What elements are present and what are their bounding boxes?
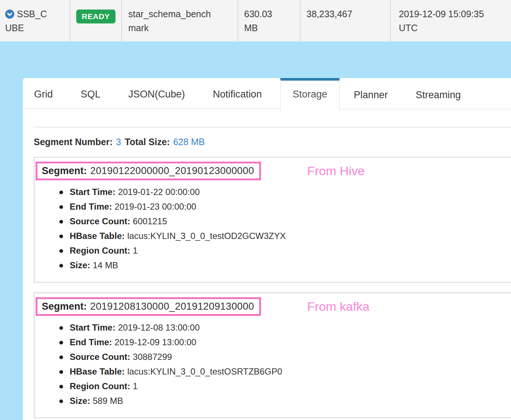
- list-item: End Time:2019-12-09 13:00:00: [70, 335, 282, 350]
- list-item: Region Count:1: [70, 379, 282, 394]
- segment-id: 20190122000000_20190123000000: [90, 165, 254, 177]
- segment-label: Segment:: [42, 165, 87, 177]
- total-size-value: 628 MB: [173, 137, 205, 147]
- fact-table-cell: star_schema_benchmark: [122, 0, 238, 41]
- segment-id-highlight-1: Segment: 20190122000000_20190123000000: [36, 162, 261, 180]
- tab-grid[interactable]: Grid: [23, 89, 67, 100]
- list-item: HBase Table:lacus:KYLIN_3_0_0_testOSRTZB…: [70, 364, 282, 379]
- annotation-from-hive: From Hive: [307, 162, 365, 180]
- segment-card-1: Segment: 20190122000000_20190123000000 F…: [34, 157, 511, 283]
- total-size-label: Total Size:: [125, 137, 170, 147]
- list-item: Source Count:6001215: [70, 214, 286, 229]
- cube-name-cell[interactable]: SSB_CUBE: [0, 0, 70, 41]
- tab-sql[interactable]: SQL: [67, 89, 114, 100]
- dotted-separator: [34, 127, 511, 128]
- storage-summary-line: Segment Number:3Total Size:628 MB: [34, 136, 209, 148]
- cube-size-cell: 630.03 MB: [238, 0, 301, 41]
- status-badge: READY: [76, 10, 115, 23]
- segment-number-label: Segment Number:: [34, 137, 113, 147]
- source-records-cell: 38,233,467: [301, 0, 391, 41]
- list-item: Source Count:30887299: [70, 350, 282, 364]
- cube-summary-row[interactable]: SSB_CUBE READY star_schema_benchmark 630…: [0, 0, 511, 41]
- tab-planner[interactable]: Planner: [340, 89, 402, 101]
- tab-storage-label: Storage: [293, 89, 327, 110]
- segment-id-highlight-2: Segment: 20191208130000_20191209130000: [36, 297, 261, 316]
- list-item: Size:14 MB: [70, 258, 286, 273]
- segment-detail-list: Start Time:2019-01-22 00:00:00 End Time:…: [34, 185, 286, 273]
- segment-number-value: 3: [116, 137, 121, 147]
- list-item: HBase Table:lacus:KYLIN_3_0_0_testOD2GCW…: [70, 229, 286, 243]
- list-item: Region Count:1: [70, 243, 286, 258]
- segment-detail-list: Start Time:2019-12-08 13:00:00 End Time:…: [34, 320, 282, 408]
- tab-json-cube[interactable]: JSON(Cube): [114, 89, 199, 100]
- last-build-time-cell: 2019-12-09 15:09:35 UTC: [391, 0, 511, 41]
- tab-notification[interactable]: Notification: [199, 89, 276, 100]
- tab-group-right: Planner Streaming: [340, 81, 511, 110]
- segment-label: Segment:: [42, 301, 87, 312]
- cube-detail-panel: Grid SQL JSON(Cube) Notification Storage…: [23, 78, 511, 420]
- kylin-cube-page: SSB_CUBE READY star_schema_benchmark 630…: [0, 0, 511, 420]
- segment-card-2: Segment: 20191208130000_20191209130000 F…: [34, 292, 511, 418]
- tab-streaming[interactable]: Streaming: [402, 89, 475, 101]
- tab-storage-active[interactable]: Storage: [280, 78, 340, 110]
- segment-id: 20191208130000_20191209130000: [90, 301, 254, 312]
- list-item: Start Time:2019-12-08 13:00:00: [70, 320, 282, 335]
- list-item: Start Time:2019-01-22 00:00:00: [70, 185, 286, 199]
- tab-group-left: Grid SQL JSON(Cube) Notification: [23, 78, 280, 109]
- list-item: Size:589 MB: [70, 394, 282, 408]
- annotation-from-kafka: From kafka: [307, 297, 370, 316]
- chevron-circle-down-icon[interactable]: [5, 8, 14, 18]
- cube-status-cell: READY: [70, 0, 122, 41]
- list-item: End Time:2019-01-23 00:00:00: [70, 199, 286, 214]
